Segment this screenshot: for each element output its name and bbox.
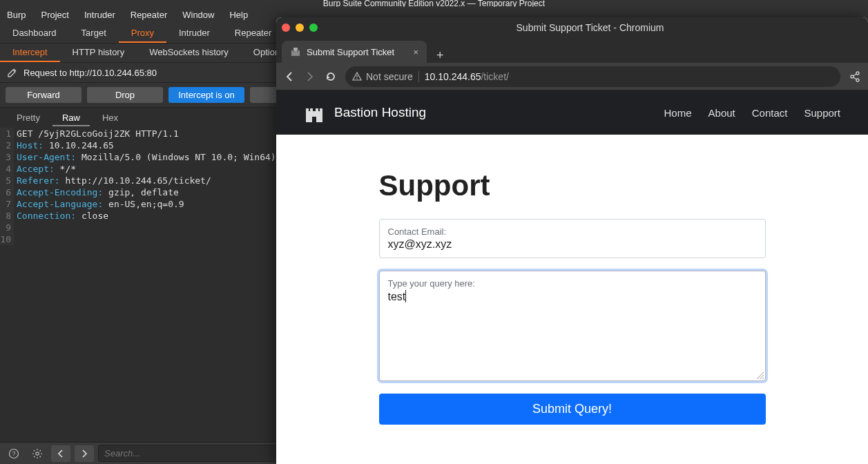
drop-button[interactable]: Drop [87, 87, 163, 103]
chromium-window: Submit Support Ticket - Chromium Submit … [276, 17, 868, 464]
request-target-label: Request to http://10.10.244.65:80 [23, 68, 157, 78]
tab-proxy[interactable]: Proxy [119, 24, 166, 43]
svg-rect-26 [320, 108, 322, 113]
line-number: 9 [0, 222, 14, 233]
new-tab-button[interactable]: + [427, 48, 454, 63]
tab-repeater[interactable]: Repeater [222, 24, 284, 43]
editor-tab-pretty[interactable]: Pretty [7, 110, 50, 126]
svg-rect-27 [312, 117, 316, 122]
page-heading: Support [379, 169, 766, 202]
burp-menu-window[interactable]: Window [182, 10, 214, 20]
svg-point-19 [856, 79, 859, 81]
svg-line-21 [853, 77, 857, 79]
burp-menu-help[interactable]: Help [229, 10, 248, 20]
nav-support[interactable]: Support [804, 107, 840, 119]
tab-close-icon[interactable]: × [413, 47, 418, 57]
castle-icon [304, 102, 325, 124]
svg-rect-24 [310, 108, 313, 113]
resize-handle-icon[interactable] [755, 371, 764, 379]
line-number: 2 [0, 139, 14, 151]
svg-text:?: ? [12, 450, 15, 457]
query-label: Type your query here: [388, 278, 757, 289]
window-maximize-icon[interactable] [309, 23, 318, 32]
action-button[interactable] [250, 87, 278, 103]
reload-button[interactable] [325, 70, 337, 83]
edit-icon[interactable] [7, 67, 18, 78]
email-label: Contact Email: [388, 226, 757, 237]
query-value: test [388, 290, 757, 303]
query-field[interactable]: Type your query here: test [379, 271, 766, 381]
editor-tab-hex[interactable]: Hex [93, 110, 128, 126]
svg-line-8 [40, 456, 41, 457]
svg-point-17 [851, 75, 853, 78]
tab-dashboard[interactable]: Dashboard [0, 24, 69, 43]
svg-line-20 [853, 74, 857, 76]
window-minimize-icon[interactable] [296, 23, 304, 32]
window-close-icon[interactable] [282, 23, 290, 32]
nav-home[interactable]: Home [664, 107, 692, 119]
favicon-icon [290, 46, 301, 57]
email-field[interactable]: Contact Email: xyz@xyz.xyz [379, 219, 766, 258]
burp-window-title: Burp Suite Community Edition v2022.x — T… [0, 0, 868, 7]
chromium-titlebar: Submit Support Ticket - Chromium [276, 17, 868, 38]
page-content: Bastion Hosting Home About Contact Suppo… [276, 90, 868, 464]
nav-forward-icon[interactable] [75, 445, 94, 462]
editor-tab-raw[interactable]: Raw [52, 110, 90, 126]
burp-menu-project[interactable]: Project [41, 10, 68, 20]
browser-tab[interactable]: Submit Support Ticket × [282, 41, 427, 63]
subtab-intercept[interactable]: Intercept [0, 44, 60, 62]
address-bar[interactable]: Not secure 10.10.244.65/ticket/ [345, 66, 840, 87]
browser-tab-title: Submit Support Ticket [307, 47, 394, 57]
line-number: 10 [0, 233, 14, 245]
line-number: 1 [0, 128, 14, 139]
not-secure-indicator[interactable]: Not secure [352, 71, 413, 82]
svg-point-2 [36, 452, 39, 454]
line-number: 4 [0, 163, 14, 175]
forward-button[interactable]: Forward [6, 87, 81, 103]
nav-back-button[interactable] [283, 70, 296, 83]
chromium-tabbar: Submit Support Ticket × + [276, 38, 868, 63]
svg-point-16 [356, 78, 358, 79]
chromium-toolbar: Not secure 10.10.244.65/ticket/ [276, 63, 868, 90]
svg-line-7 [34, 450, 35, 452]
nav-about[interactable]: About [708, 107, 735, 119]
nav-contact[interactable]: Contact [752, 107, 788, 119]
help-icon[interactable]: ? [4, 445, 23, 462]
line-number: 8 [0, 210, 14, 222]
warning-icon [352, 72, 362, 81]
chromium-window-title: Submit Support Ticket - Chromium [318, 22, 862, 33]
svg-rect-25 [316, 108, 318, 113]
share-icon[interactable] [849, 70, 861, 83]
support-form: Support Contact Email: xyz@xyz.xyz Type … [379, 169, 766, 452]
svg-line-9 [34, 456, 35, 457]
tab-target[interactable]: Target [69, 24, 119, 43]
svg-line-10 [40, 450, 41, 452]
svg-point-18 [856, 72, 859, 75]
submit-button[interactable]: Submit Query! [379, 394, 766, 425]
line-number: 6 [0, 186, 14, 198]
site-header: Bastion Hosting Home About Contact Suppo… [276, 90, 868, 135]
settings-icon[interactable] [28, 445, 47, 462]
svg-line-30 [762, 378, 764, 379]
site-logo[interactable]: Bastion Hosting [304, 102, 426, 124]
site-nav: Home About Contact Support [664, 107, 840, 119]
intercept-toggle-button[interactable]: Intercept is on [168, 87, 244, 103]
burp-menu-repeater[interactable]: Repeater [131, 10, 167, 20]
svg-rect-13 [293, 50, 294, 52]
not-secure-label: Not secure [366, 71, 413, 82]
window-controls [282, 23, 318, 32]
nav-back-icon[interactable] [51, 445, 70, 462]
burp-menu-burp[interactable]: Burp [7, 10, 26, 20]
burp-menu-intruder[interactable]: Intruder [84, 10, 115, 20]
subtab-http-history[interactable]: HTTP history [60, 44, 137, 62]
svg-rect-23 [306, 108, 309, 113]
subtab-websockets-history[interactable]: WebSockets history [137, 44, 241, 62]
nav-forward-button[interactable] [304, 70, 316, 83]
line-number: 5 [0, 175, 14, 186]
line-number: 3 [0, 151, 14, 163]
omnibox-separator [418, 71, 419, 82]
url-text: 10.10.244.65/ticket/ [425, 71, 509, 82]
text-caret [405, 290, 406, 302]
tab-intruder[interactable]: Intruder [166, 24, 222, 43]
site-brand-label: Bastion Hosting [334, 105, 426, 120]
